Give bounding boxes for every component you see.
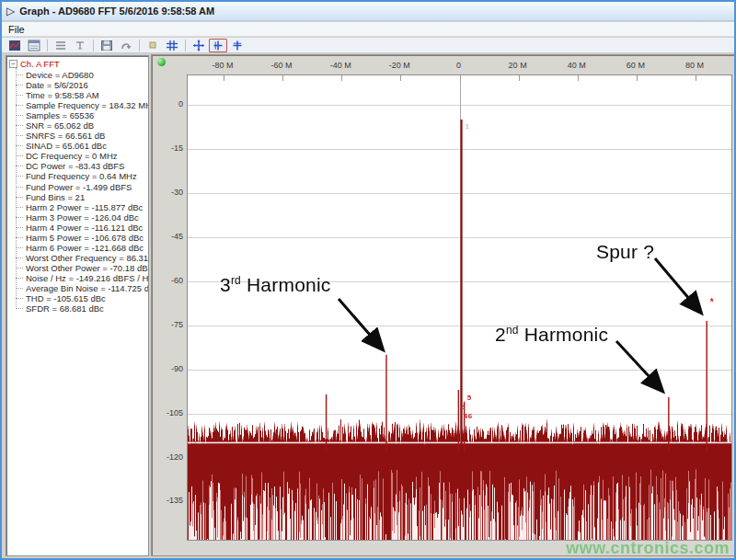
x-axis-tick-label: 20 M [509,61,527,70]
status-indicator-icon [157,58,166,66]
tree-connector [16,176,23,177]
tree-item-label: Harm 5 Power = -106.678 dBc [26,233,144,243]
tree-item-label: Worst Other Frequency = 86.31 MHz [26,253,149,263]
x-axis-tick-label: -40 M [330,61,351,70]
y-axis-tick-label: 0 [152,99,183,109]
grid-toggle-button[interactable] [163,39,181,52]
tree-item[interactable]: DC Frequency = 0 MHz [16,151,148,161]
tree-connector [16,268,23,269]
y-axis-tick-label: -30 [152,188,183,197]
tree-item[interactable]: Harm 3 Power = -126.04 dBc [16,212,148,223]
tree-item[interactable]: Sample Frequency = 184.32 MHz [16,100,148,110]
tree-connector [16,207,23,208]
tree-item-label: Harm 4 Power = -116.121 dBc [26,223,143,233]
point-style-button[interactable] [144,39,162,52]
tree-item[interactable]: SNRFS = 66.561 dB [16,131,148,141]
tree-connector [16,85,23,86]
tree-item-label: Fund Bins = 21 [26,192,85,202]
tree-item-label: Date = 5/6/2016 [26,80,88,90]
tree-connector [16,166,23,166]
tree-connector [16,187,23,188]
app-icon: ▷ [6,6,15,17]
menu-file[interactable]: File [2,23,31,36]
cursor-tool-button[interactable] [71,39,89,52]
save-button[interactable] [98,39,116,52]
tree-item[interactable]: Fund Bins = 21 [16,192,148,202]
tree-item[interactable]: Harm 2 Power = -115.877 dBc [16,202,148,212]
export-button[interactable] [117,39,135,52]
fft-plot-canvas[interactable] [187,74,732,541]
tree-connector [16,288,23,289]
tree-item[interactable]: DC Power = -83.43 dBFS [16,161,148,171]
app-window: ▷ Graph - AD9680 FFT 5/6/2016 9:58:58 AM… [0,0,736,560]
tree-item-label: Harm 2 Power = -115.877 dBc [26,202,143,212]
tree-item[interactable]: Noise / Hz = -149.216 dBFS / Hz [16,273,148,283]
tree-connector [16,247,23,248]
tree-item-label: SNRFS = 66.561 dB [26,131,105,141]
tree-item[interactable]: SINAD = 65.061 dBc [16,141,148,151]
tree-root-row[interactable]: − Ch. A FFT [9,58,148,69]
pan-tool-button[interactable] [190,39,208,52]
tree-item-label: Device = AD9680 [26,70,94,80]
tree-item[interactable]: Date = 5/6/2016 [16,80,148,90]
zoom-x-tool-button[interactable] [209,39,227,52]
tree-item-label: Fund Frequency = 0.64 MHz [26,171,137,181]
tree-item[interactable]: THD = -105.615 dBc [16,293,148,303]
tree-connector [16,105,23,106]
tree-item[interactable]: Harm 5 Power = -106.678 dBc [16,233,148,243]
tree-item-label: THD = -105.615 dBc [26,293,106,303]
list-view-button[interactable] [52,39,70,52]
graph-panel: -80 M-60 M-40 M-20 M020 M40 M60 M80 M 0-… [151,54,735,556]
tree-item-label: DC Frequency = 0 MHz [26,151,118,161]
tree-item[interactable]: SNR = 65.062 dB [16,120,148,131]
zoom-y-tool-button[interactable] [228,39,247,52]
tree-item-label: Average Bin Noise = -114.725 dBFS [26,283,149,293]
tree-item[interactable]: Worst Other Frequency = 86.31 MHz [16,253,148,263]
tree-connector [16,298,23,299]
tree-item[interactable]: Harm 4 Power = -116.121 dBc [16,223,148,233]
tree-connector [16,95,23,96]
tree-connector [16,237,23,238]
menu-bar: File [2,22,734,37]
tree-connector [16,135,23,136]
tree-item-label: SNR = 65.062 dB [26,120,94,131]
graph-settings-button[interactable] [6,39,24,52]
x-axis-tick-label: -60 M [271,61,293,70]
window-title: Graph - AD9680 FFT 5/6/2016 9:58:58 AM [19,6,214,17]
tree-item-label: Harm 3 Power = -126.04 dBc [26,212,139,223]
toolbar-separator [185,40,186,51]
tree-collapse-icon[interactable]: − [9,60,17,68]
y-axis-tick-label: -45 [152,232,183,241]
tree-connector [16,227,23,228]
tree-items: Device = AD9680Date = 5/6/2016Time = 9:5… [16,70,148,314]
tree-item-label: Samples = 65536 [26,110,94,120]
tree-connector [16,278,23,279]
tree-connector [16,155,23,156]
tree-item-label: SFDR = 68.681 dBc [26,303,104,314]
tree-connector [16,115,23,116]
toolbar [2,38,734,53]
x-axis-tick-label: 60 M [627,61,645,70]
tree-item[interactable]: Worst Other Power = -70.18 dBFS [16,263,148,273]
tree-item-label: SINAD = 65.061 dBc [26,141,107,151]
x-axis-tick-label: -80 M [212,61,233,70]
x-axis-tick-label: 40 M [568,61,586,70]
tree-item-label: Harm 6 Power = -121.668 dBc [26,243,144,253]
tree-connector [16,125,23,126]
y-axis-tick-label: -90 [152,364,183,373]
tree-connector [16,257,23,258]
x-axis-tick-label: 80 M [685,61,704,70]
tree-item[interactable]: Samples = 65536 [16,110,148,120]
tree-item[interactable]: Time = 9:58:58 AM [16,90,148,100]
tree-item[interactable]: Average Bin Noise = -114.725 dBFS [16,283,148,293]
tree-item[interactable]: Harm 6 Power = -121.668 dBc [16,243,148,253]
report-view-button[interactable] [25,39,43,52]
tree-item[interactable]: Device = AD9680 [16,70,148,80]
tree-item-label: Sample Frequency = 184.32 MHz [26,100,149,110]
tree-item[interactable]: Fund Power = -1.499 dBFS [16,182,148,192]
tree-item-label: DC Power = -83.43 dBFS [26,161,124,171]
tree-item[interactable]: SFDR = 68.681 dBc [16,303,148,314]
y-axis-tick-label: -135 [152,496,183,505]
tree-item[interactable]: Fund Frequency = 0.64 MHz [16,171,148,181]
y-axis-tick-label: -75 [152,320,183,329]
